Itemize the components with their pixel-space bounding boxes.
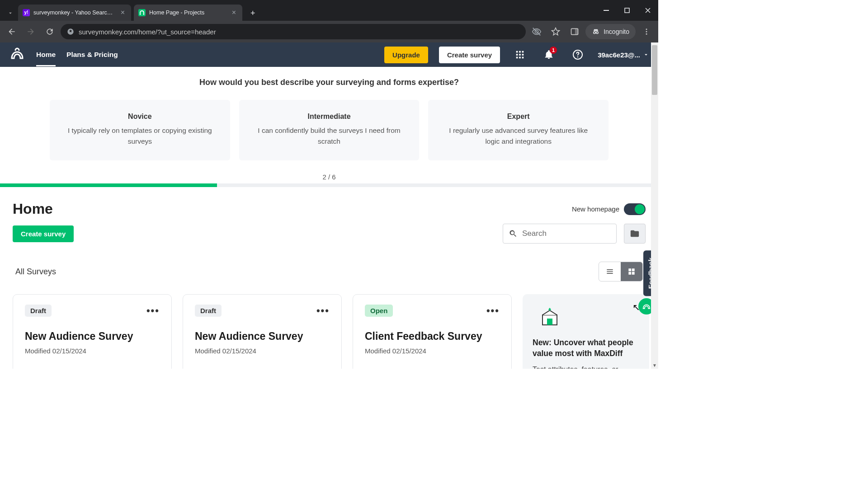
surveys-heading: All Surveys bbox=[15, 267, 56, 277]
svg-rect-17 bbox=[522, 57, 524, 59]
search-input[interactable]: Search bbox=[503, 224, 617, 244]
scroll-down-icon[interactable]: ▼ bbox=[651, 361, 658, 369]
card-more-icon[interactable]: ••• bbox=[316, 305, 330, 317]
survey-meta: Modified 02/15/2024 bbox=[195, 347, 330, 355]
expertise-option-expert[interactable]: Expert I regularly use advanced survey f… bbox=[428, 100, 609, 160]
app-navbar: Home Plans & Pricing Upgrade Create surv… bbox=[0, 42, 658, 67]
notifications-icon[interactable]: 1 bbox=[540, 46, 558, 64]
svg-rect-13 bbox=[519, 54, 521, 56]
browser-tab[interactable]: surveymonkey - Yahoo Search Results × bbox=[18, 5, 131, 21]
onboarding-step-counter: 2 / 6 bbox=[50, 173, 609, 181]
option-title: Expert bbox=[443, 113, 593, 121]
vertical-scrollbar[interactable]: ▲ ▼ bbox=[651, 42, 658, 369]
nav-plans-link[interactable]: Plans & Pricing bbox=[66, 51, 118, 59]
help-icon[interactable] bbox=[569, 46, 587, 64]
browser-tab-strip: surveymonkey - Yahoo Search Results × Ho… bbox=[0, 0, 658, 21]
svg-point-8 bbox=[646, 33, 647, 35]
option-title: Novice bbox=[65, 113, 215, 121]
svg-point-6 bbox=[646, 28, 647, 30]
survey-title: New Audience Survey bbox=[195, 330, 330, 343]
surveys-grid: Draft ••• New Audience Survey Modified 0… bbox=[13, 294, 646, 369]
survey-title: New Audience Survey bbox=[25, 330, 160, 343]
onboarding-panel: How would you best describe your surveyi… bbox=[0, 67, 658, 191]
grid-icon bbox=[627, 267, 636, 276]
browser-toolbar: surveymonkey.com/home/?ut_source=header … bbox=[0, 21, 658, 42]
new-homepage-toggle[interactable] bbox=[624, 203, 646, 215]
tracking-icon[interactable] bbox=[528, 23, 545, 40]
list-icon bbox=[605, 267, 614, 276]
browser-tab[interactable]: Home Page - Projects × bbox=[134, 5, 242, 21]
svg-rect-1 bbox=[625, 8, 629, 13]
survey-card[interactable]: Draft ••• New Audience Survey Modified 0… bbox=[13, 294, 172, 369]
back-button[interactable] bbox=[4, 23, 20, 40]
maximize-button[interactable] bbox=[617, 0, 637, 21]
chevron-down-icon bbox=[643, 52, 649, 58]
progress-fill bbox=[0, 183, 217, 187]
browser-menu-icon[interactable] bbox=[638, 23, 655, 40]
svg-rect-11 bbox=[522, 51, 524, 53]
survey-card[interactable]: Draft ••• New Audience Survey Modified 0… bbox=[183, 294, 342, 369]
close-window-button[interactable] bbox=[637, 0, 658, 21]
surveymonkey-logo-icon[interactable] bbox=[9, 47, 25, 63]
search-placeholder: Search bbox=[522, 229, 547, 238]
address-bar[interactable]: surveymonkey.com/home/?ut_source=header bbox=[61, 24, 526, 39]
card-more-icon[interactable]: ••• bbox=[486, 305, 500, 317]
forward-button[interactable] bbox=[23, 23, 39, 40]
survey-meta: Modified 02/15/2024 bbox=[365, 347, 500, 355]
svg-rect-9 bbox=[516, 51, 518, 53]
reload-button[interactable] bbox=[42, 23, 58, 40]
svg-rect-16 bbox=[519, 57, 521, 59]
site-info-icon[interactable] bbox=[67, 28, 74, 35]
option-desc: I can confidently build the surveys I ne… bbox=[255, 125, 404, 147]
minimize-button[interactable] bbox=[596, 0, 617, 21]
list-view-button[interactable] bbox=[599, 262, 621, 281]
home-section: Home New homepage Create survey Search A… bbox=[0, 191, 658, 369]
toggle-label: New homepage bbox=[572, 205, 619, 213]
grid-view-button[interactable] bbox=[621, 262, 642, 281]
new-tab-button[interactable]: + bbox=[245, 6, 261, 21]
onboarding-question: How would you best describe your surveyi… bbox=[50, 78, 609, 87]
incognito-chip[interactable]: Incognito bbox=[585, 24, 636, 39]
nav-home-link[interactable]: Home bbox=[36, 51, 56, 66]
url-text: surveymonkey.com/home/?ut_source=header bbox=[79, 28, 216, 36]
svg-rect-0 bbox=[604, 10, 609, 11]
status-badge: Draft bbox=[195, 305, 222, 317]
user-label: 39ac6e23@... bbox=[598, 51, 640, 59]
option-desc: I regularly use advanced survey features… bbox=[443, 125, 593, 147]
svg-rect-15 bbox=[516, 57, 518, 59]
scrollbar-thumb[interactable] bbox=[652, 45, 657, 95]
tab-close-icon[interactable]: × bbox=[230, 8, 238, 17]
survey-title: Client Feedback Survey bbox=[365, 330, 500, 343]
tab-title: Home Page - Projects bbox=[149, 9, 226, 16]
create-survey-button[interactable]: Create survey bbox=[439, 47, 500, 63]
apps-grid-icon[interactable] bbox=[511, 46, 529, 64]
search-icon bbox=[509, 229, 518, 238]
side-panel-icon[interactable] bbox=[566, 23, 583, 40]
page-title: Home bbox=[13, 201, 53, 217]
expertise-option-novice[interactable]: Novice I typically rely on templates or … bbox=[50, 100, 230, 160]
incognito-icon bbox=[592, 28, 600, 36]
promo-card[interactable]: New: Uncover what people value most with… bbox=[523, 294, 649, 369]
svg-point-7 bbox=[646, 31, 647, 33]
svg-rect-3 bbox=[575, 28, 578, 34]
expertise-option-intermediate[interactable]: Intermediate I can confidently build the… bbox=[239, 100, 420, 160]
folder-icon bbox=[630, 229, 640, 239]
user-menu[interactable]: 39ac6e23@... bbox=[598, 51, 649, 59]
svg-point-4 bbox=[594, 32, 596, 34]
status-badge: Open bbox=[365, 305, 393, 317]
incognito-label: Incognito bbox=[604, 28, 629, 35]
card-more-icon[interactable]: ••• bbox=[146, 305, 160, 317]
window-controls bbox=[596, 0, 658, 21]
svg-rect-12 bbox=[516, 54, 518, 56]
folder-button[interactable] bbox=[624, 224, 646, 244]
tab-search-button[interactable] bbox=[3, 5, 18, 21]
tab-close-icon[interactable]: × bbox=[119, 8, 127, 17]
bookmark-icon[interactable] bbox=[547, 23, 564, 40]
create-survey-button[interactable]: Create survey bbox=[13, 225, 74, 242]
upgrade-button[interactable]: Upgrade bbox=[384, 47, 428, 63]
status-badge: Draft bbox=[25, 305, 52, 317]
onboarding-progress-bar bbox=[0, 183, 658, 187]
survey-card[interactable]: Open ••• Client Feedback Survey Modified… bbox=[353, 294, 512, 369]
tab-title: surveymonkey - Yahoo Search Results bbox=[33, 9, 115, 16]
view-toggle bbox=[599, 262, 643, 282]
